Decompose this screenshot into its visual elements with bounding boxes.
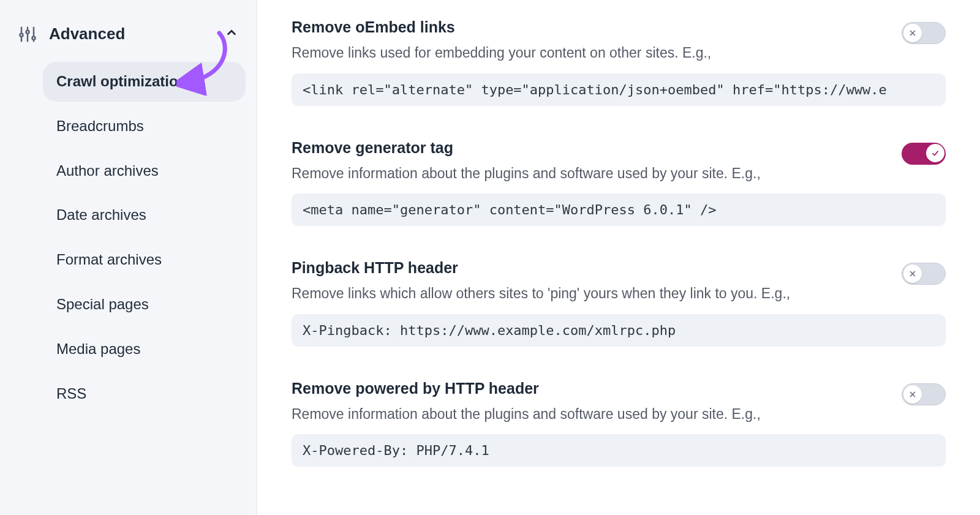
code-example: X-Pingback: https://www.example.com/xmlr… bbox=[292, 314, 946, 347]
sidebar-item-author-archives[interactable]: Author archives bbox=[43, 151, 246, 191]
sidebar-item-special-pages[interactable]: Special pages bbox=[43, 285, 246, 325]
setting-title: Remove powered by HTTP header bbox=[292, 380, 902, 397]
setting-remove-generator-tag: Remove generator tag Remove information … bbox=[292, 139, 946, 227]
svg-point-1 bbox=[20, 33, 23, 36]
code-example: <meta name="generator" content="WordPres… bbox=[292, 194, 946, 226]
toggle-pingback-http-header[interactable] bbox=[902, 263, 946, 285]
sidebar-item-label: RSS bbox=[56, 385, 86, 402]
sidebar-item-label: Media pages bbox=[56, 340, 140, 357]
svg-point-4 bbox=[26, 30, 29, 33]
svg-point-7 bbox=[32, 36, 36, 39]
code-example: <link rel="alternate" type="application/… bbox=[292, 73, 946, 106]
sidebar-item-label: Crawl optimization bbox=[56, 73, 187, 89]
setting-desc: Remove information about the plugins and… bbox=[292, 163, 902, 184]
setting-desc: Remove links which allow others sites to… bbox=[292, 283, 902, 304]
sidebar-item-format-archives[interactable]: Format archives bbox=[43, 240, 246, 280]
sidebar-item-label: Special pages bbox=[56, 296, 149, 312]
main-content: Remove oEmbed links Remove links used fo… bbox=[257, 0, 980, 515]
toggle-remove-generator-tag[interactable] bbox=[902, 143, 946, 165]
setting-desc: Remove information about the plugins and… bbox=[292, 404, 902, 425]
setting-desc: Remove links used for embedding your con… bbox=[292, 42, 902, 64]
sidebar-header[interactable]: Advanced bbox=[11, 17, 246, 55]
sidebar-item-breadcrumbs[interactable]: Breadcrumbs bbox=[43, 107, 246, 146]
chevron-up-icon[interactable] bbox=[225, 26, 238, 39]
setting-remove-powered-by-http-header: Remove powered by HTTP header Remove inf… bbox=[292, 380, 946, 467]
setting-remove-oembed-links: Remove oEmbed links Remove links used fo… bbox=[292, 18, 946, 106]
setting-title: Pingback HTTP header bbox=[292, 259, 902, 277]
sidebar-item-date-archives[interactable]: Date archives bbox=[43, 195, 246, 235]
code-example: X-Powered-By: PHP/7.4.1 bbox=[292, 434, 946, 467]
sidebar-list: Crawl optimization Breadcrumbs Author ar… bbox=[11, 62, 246, 413]
sidebar-item-label: Author archives bbox=[56, 162, 159, 179]
sidebar-item-crawl-optimization[interactable]: Crawl optimization bbox=[43, 62, 246, 102]
setting-pingback-http-header: Pingback HTTP header Remove links which … bbox=[292, 259, 946, 347]
toggle-remove-oembed-links[interactable] bbox=[902, 22, 946, 44]
setting-title: Remove oEmbed links bbox=[292, 18, 902, 36]
sidebar-item-media-pages[interactable]: Media pages bbox=[43, 329, 246, 369]
sidebar: Advanced Crawl optimization Breadcrumbs … bbox=[0, 0, 257, 515]
sidebar-title: Advanced bbox=[49, 24, 125, 43]
sidebar-item-label: Format archives bbox=[56, 251, 162, 268]
sidebar-item-label: Date archives bbox=[56, 206, 146, 223]
sliders-icon bbox=[18, 25, 37, 43]
sidebar-item-rss[interactable]: RSS bbox=[43, 374, 246, 414]
setting-title: Remove generator tag bbox=[292, 139, 902, 157]
toggle-remove-powered-by-http-header[interactable] bbox=[902, 383, 946, 405]
sidebar-item-label: Breadcrumbs bbox=[56, 118, 144, 134]
